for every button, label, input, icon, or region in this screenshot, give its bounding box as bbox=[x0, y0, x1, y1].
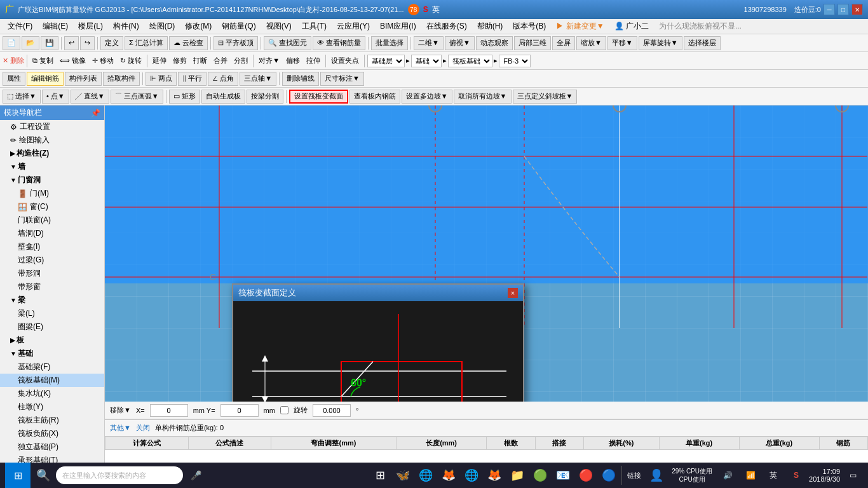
sidebar-group-wall[interactable]: ▼ 墙 bbox=[0, 160, 104, 173]
tb-view-rebar[interactable]: 👁 查看钢筋量 bbox=[313, 36, 365, 50]
tb-arc[interactable]: ⌒ 三点画弧▼ bbox=[111, 90, 163, 104]
tb-two-point[interactable]: ⊩ 两点 bbox=[146, 72, 177, 86]
tb-merge[interactable]: 合并 bbox=[211, 55, 230, 67]
component-select[interactable]: FB-3 bbox=[499, 55, 531, 67]
sidebar-item-raft-main-rebar[interactable]: 筏板主筋(R) bbox=[0, 414, 104, 427]
tb-select2[interactable]: ⬚ 选择▼ bbox=[3, 90, 41, 104]
close-button[interactable]: ✕ bbox=[851, 4, 863, 15]
tb-new[interactable]: 📄 bbox=[3, 36, 20, 50]
menu-component[interactable]: 构件(N) bbox=[108, 20, 144, 33]
sidebar-group-beam[interactable]: ▼ 梁 bbox=[0, 294, 104, 307]
tb-break[interactable]: 打断 bbox=[191, 55, 210, 67]
sidebar-item-raft-neg-rebar[interactable]: 筏板负筋(X) bbox=[0, 427, 104, 440]
menu-file[interactable]: 文件(F) bbox=[3, 20, 37, 33]
windows-button[interactable]: ⊞ bbox=[5, 463, 31, 488]
tb-angle-point[interactable]: ∠ 点角 bbox=[208, 72, 238, 86]
tb-auto-gen[interactable]: 自动生成板 bbox=[201, 90, 245, 104]
menu-new-change[interactable]: ▶ 新建变更▼ bbox=[551, 20, 609, 33]
sidebar-item-strip-window[interactable]: 带形窗 bbox=[0, 280, 104, 294]
taskbar-search[interactable]: 在这里输入你要搜索的内容 bbox=[56, 466, 183, 484]
sidebar-group-slab[interactable]: ▶ 板 bbox=[0, 334, 104, 347]
tb-calc[interactable]: Σ 汇总计算 bbox=[125, 36, 168, 50]
tb-edit-rebar[interactable]: 编辑钢筋 bbox=[27, 72, 64, 86]
sidebar-item-sump[interactable]: 集水坑(K) bbox=[0, 387, 104, 400]
menu-view[interactable]: 视图(V) bbox=[261, 20, 297, 33]
menu-cloud[interactable]: 云应用(Y) bbox=[332, 20, 375, 33]
tb-parallel[interactable]: ∥ 平行 bbox=[178, 72, 207, 86]
tb-2d[interactable]: 二维▼ bbox=[414, 36, 444, 50]
menu-hint[interactable]: 为什么现浇板俯视不显... bbox=[654, 20, 747, 33]
menu-guangxiao[interactable]: 👤 广小二 bbox=[609, 20, 654, 33]
tb-save[interactable]: 💾 bbox=[41, 36, 58, 50]
sidebar-item-foundation-beam[interactable]: 基础梁(F) bbox=[0, 360, 104, 374]
tb-view-inner-rebar[interactable]: 查看板内钢筋 bbox=[349, 90, 400, 104]
menu-version[interactable]: 版本号(B) bbox=[508, 20, 551, 33]
taskbar-user-icon[interactable]: 👤 bbox=[646, 465, 667, 485]
sidebar-pin-icon[interactable]: 📌 bbox=[91, 109, 100, 118]
taskbar-app7[interactable]: 📁 bbox=[507, 465, 527, 485]
tb-top-view[interactable]: 俯视▼ bbox=[445, 36, 475, 50]
tb-offset[interactable]: 偏移 bbox=[283, 55, 302, 67]
tb-dim-mark[interactable]: 尺寸标注▼ bbox=[320, 72, 364, 86]
rotate-input[interactable] bbox=[313, 404, 351, 417]
tb-split[interactable]: 分割 bbox=[231, 55, 250, 67]
sidebar-item-lintel[interactable]: 过梁(G) bbox=[0, 254, 104, 267]
sidebar-item-isolated-foundation[interactable]: 独立基础(P) bbox=[0, 440, 104, 454]
sidebar-item-niche[interactable]: 壁龛(I) bbox=[0, 240, 104, 254]
taskbar-app10[interactable]: 🔴 bbox=[576, 465, 596, 485]
other-dropdown[interactable]: 其他▼ bbox=[110, 423, 131, 433]
menu-online[interactable]: 在线服务(S) bbox=[421, 20, 472, 33]
sidebar-item-door-window[interactable]: 门联窗(A) bbox=[0, 214, 104, 227]
tb-stretch[interactable]: 拉伸 bbox=[304, 55, 323, 67]
sidebar-item-draw-input[interactable]: ✏ 绘图输入 bbox=[0, 133, 104, 147]
sidebar-group-foundation[interactable]: ▼ 基础 bbox=[0, 347, 104, 360]
taskbar-app9[interactable]: 📧 bbox=[553, 465, 573, 485]
tb-comp-list[interactable]: 构件列表 bbox=[65, 72, 102, 86]
tb-three-axis[interactable]: 三点轴▼ bbox=[240, 72, 276, 86]
sidebar-item-ring-beam[interactable]: 圈梁(E) bbox=[0, 320, 104, 334]
tb-rotate[interactable]: 屏幕旋转▼ bbox=[639, 36, 682, 50]
tb-zoom[interactable]: 缩放▼ bbox=[576, 36, 606, 50]
sidebar-item-window[interactable]: 🪟 窗(C) bbox=[0, 200, 104, 214]
tb-rect[interactable]: ▭ 矩形 bbox=[169, 90, 200, 104]
sidebar-item-raft[interactable]: 筏板基础(M) bbox=[0, 374, 104, 387]
taskbar-app2[interactable]: 🦋 bbox=[393, 465, 413, 485]
search-button[interactable]: 🔍 bbox=[33, 465, 53, 485]
rotate-checkbox[interactable] bbox=[280, 406, 288, 414]
tb-set-variable-section[interactable]: 设置筏板变截面 bbox=[289, 90, 348, 104]
maximize-button[interactable]: □ bbox=[837, 4, 849, 15]
tb-mirror[interactable]: ⟺ 镜像 bbox=[57, 55, 88, 67]
tb-del-aux[interactable]: 删除辅线 bbox=[282, 72, 319, 86]
tb-modify[interactable]: 修剪 bbox=[170, 55, 189, 67]
menu-bim[interactable]: BIM应用(I) bbox=[375, 20, 421, 33]
tb-align[interactable]: 对齐▼ bbox=[256, 55, 282, 67]
show-desktop-button[interactable]: ▭ bbox=[843, 465, 863, 485]
tb-point[interactable]: • 点▼ bbox=[42, 90, 69, 104]
layer-select[interactable]: 基础层 bbox=[367, 55, 405, 67]
sidebar-group-openings[interactable]: ▼ 门窗洞 bbox=[0, 173, 104, 187]
menu-floor[interactable]: 楼层(L) bbox=[73, 20, 108, 33]
tb-cloud-check[interactable]: ☁ 云检查 bbox=[169, 36, 208, 50]
menu-tools[interactable]: 工具(T) bbox=[297, 20, 332, 33]
modal-close-button[interactable]: × bbox=[508, 288, 518, 298]
taskbar-app5[interactable]: 🌐 bbox=[461, 465, 482, 485]
sidebar-item-column-cap[interactable]: 柱墩(Y) bbox=[0, 400, 104, 414]
sidebar-item-strip-hole[interactable]: 带形洞 bbox=[0, 267, 104, 280]
tb-move[interactable]: ✛ 移动 bbox=[90, 55, 116, 67]
minimize-button[interactable]: ─ bbox=[824, 4, 835, 15]
taskbar-app6[interactable]: 🦊 bbox=[484, 465, 505, 485]
tb-batch-select[interactable]: 批量选择 bbox=[371, 36, 408, 50]
tb-undo[interactable]: ↩ bbox=[64, 36, 79, 50]
tb-beam-split[interactable]: 按梁分割 bbox=[247, 90, 283, 104]
tb-define[interactable]: 定义 bbox=[100, 36, 123, 50]
taskbar-app11[interactable]: 🔵 bbox=[599, 465, 619, 485]
x-input[interactable] bbox=[150, 404, 188, 417]
tb-open[interactable]: 📂 bbox=[22, 36, 39, 50]
tb-align-top[interactable]: ⊟ 平齐板顶 bbox=[214, 36, 258, 50]
tb-define-slope[interactable]: 三点定义斜坡板▼ bbox=[513, 90, 578, 104]
taskbar-app3[interactable]: 🌐 bbox=[416, 465, 436, 485]
sidebar-item-wall-hole[interactable]: 墙洞(D) bbox=[0, 227, 104, 240]
tb-fullscreen[interactable]: 全屏 bbox=[552, 36, 575, 50]
menu-modify[interactable]: 修改(M) bbox=[180, 20, 217, 33]
tb-rotate2[interactable]: ↻ 旋转 bbox=[118, 55, 144, 67]
